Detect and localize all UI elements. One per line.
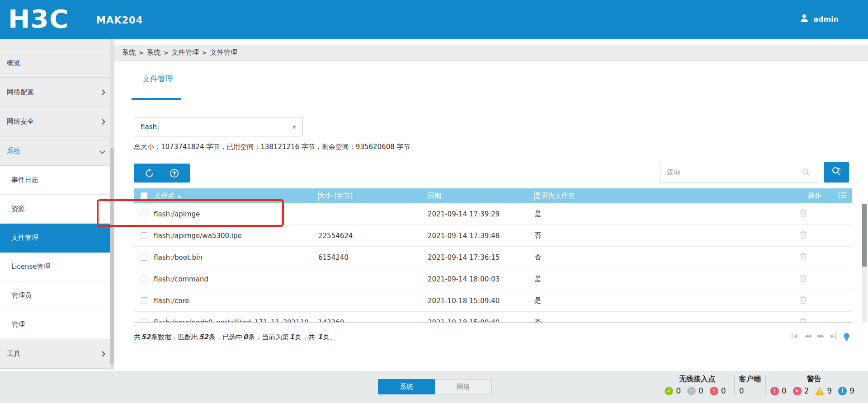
sidebar-scrollbar[interactable]: [110, 39, 114, 370]
sidebar-item-3[interactable]: 系统: [0, 136, 114, 166]
stat-count: 0: [698, 386, 703, 395]
minus-circle-icon: −: [687, 387, 696, 395]
sidebar-item-label: 网络安全: [7, 117, 34, 126]
delete-icon[interactable]: [799, 296, 807, 306]
column-header-date[interactable]: 日期: [428, 192, 441, 200]
exclaim-circle-icon: !: [710, 387, 718, 395]
file-date: 2021-09-14 17:39:48: [428, 232, 534, 240]
sidebar-item-7[interactable]: License管理: [0, 253, 114, 281]
footer-count-value: 52: [141, 333, 151, 341]
row-checkbox[interactable]: [141, 276, 147, 282]
tab-file-management[interactable]: 文件管理: [142, 74, 173, 84]
file-date: 2021-10-18 15:09:40: [428, 297, 534, 305]
select-all-checkbox[interactable]: [141, 192, 147, 199]
sidebar-item-label: 事件日志: [11, 176, 38, 184]
sidebar-item-8[interactable]: 管理员: [0, 281, 114, 310]
row-checkbox[interactable]: [141, 232, 147, 239]
view-toggle-inactive[interactable]: 网络: [435, 379, 492, 394]
upload-button[interactable]: [165, 164, 183, 183]
file-name: flash:/core: [154, 297, 318, 305]
check-circle-icon: ✓: [665, 387, 673, 395]
chevron-down-icon: [99, 148, 105, 154]
sort-asc-icon[interactable]: ▲: [178, 194, 181, 198]
stat-group-2: 警告!0×2!9i9: [766, 374, 863, 395]
next-page-icon[interactable]: ▶▶: [817, 333, 823, 339]
user-menu[interactable]: admin: [799, 13, 839, 25]
row-checkbox[interactable]: [141, 211, 147, 217]
breadcrumb-item: 文件管理: [210, 48, 237, 57]
footer-text: 共: [134, 333, 141, 341]
footer-text: 页，共: [295, 333, 317, 341]
sidebar-item-5[interactable]: 资源: [0, 195, 114, 224]
refresh-button[interactable]: [141, 164, 159, 183]
column-header-size[interactable]: 大小 (字节): [318, 192, 353, 200]
x-circle-icon: ×: [793, 387, 802, 395]
sidebar-item-2[interactable]: 网络安全: [0, 107, 114, 136]
stat-icons-row: ✓0−0!0: [665, 386, 729, 395]
column-header-action: 操作: [808, 192, 821, 200]
delete-icon[interactable]: [799, 318, 807, 323]
tab-divider: [114, 100, 868, 100]
stat-label: 客户端: [739, 374, 761, 384]
table-row[interactable]: flash:/core/node0_portallited_171_11_202…: [134, 312, 852, 323]
chevron-right-icon: [99, 89, 105, 95]
search-input[interactable]: [660, 162, 819, 183]
last-page-icon[interactable]: ▶: [830, 333, 836, 339]
stat-icons-row: !0×2!9i9: [770, 386, 858, 395]
exclaim-circle-icon: !: [770, 387, 779, 395]
delete-icon[interactable]: [799, 209, 807, 219]
top-header: H3C MAK204 admin: [0, 0, 868, 39]
view-toggle-active[interactable]: 系统: [378, 379, 435, 394]
file-size: 143360: [318, 319, 428, 323]
stat-label: 警告: [807, 374, 821, 384]
sidebar-item-1[interactable]: 网络配置: [0, 78, 114, 107]
delete-icon[interactable]: [799, 253, 807, 262]
footer-text: 条数据，匹配出: [151, 333, 198, 341]
stat-count: 2: [804, 386, 809, 395]
file-name: flash:/command: [154, 275, 318, 283]
sidebar-item-0[interactable]: 概览: [0, 48, 114, 78]
row-checkbox[interactable]: [141, 319, 147, 323]
table-body: flash:/apimge 2021-09-14 17:39:29 是 flas…: [134, 203, 852, 323]
sidebar-item-6[interactable]: 文件管理: [0, 224, 114, 253]
breadcrumb: 系统>系统>文件管理>文件管理: [114, 45, 868, 61]
drive-select[interactable]: flash: ▼: [134, 117, 303, 136]
column-header-folder[interactable]: 是否为文件夹: [534, 192, 575, 200]
table-scrollbar[interactable]: [862, 204, 867, 323]
row-checkbox[interactable]: [141, 297, 147, 304]
column-settings-icon[interactable]: [838, 192, 847, 201]
sidebar-item-label: 资源: [11, 205, 25, 213]
warning-triangle-icon: !: [815, 387, 824, 395]
chevron-right-icon: [99, 119, 105, 125]
file-date: 2021-10-18 15:00:40: [428, 319, 534, 323]
view-toggle: 系统网络: [378, 379, 492, 394]
stat-count: 0: [676, 386, 681, 395]
delete-icon[interactable]: [799, 231, 807, 241]
table-row[interactable]: flash:/boot.bin 6154240 2021-09-14 17:36…: [134, 247, 852, 268]
table-row[interactable]: flash:/apimge 2021-09-14 17:39:29 是: [134, 203, 852, 225]
file-date: 2021-09-14 17:36:15: [428, 253, 534, 262]
delete-icon[interactable]: [799, 274, 807, 284]
sidebar-item-4[interactable]: 事件日志: [0, 166, 114, 195]
table-row[interactable]: flash:/apimge/wa5300.ipe 22554624 2021-0…: [134, 225, 852, 247]
file-is-folder: 否: [534, 231, 796, 240]
stat-label: 无线接入点: [679, 374, 715, 384]
footer-text: 页。: [323, 333, 336, 341]
sidebar-item-9[interactable]: 管理: [0, 310, 114, 339]
sidebar-item-10[interactable]: 工具: [0, 339, 114, 369]
file-is-folder: 否: [534, 318, 796, 323]
advanced-search-button[interactable]: [824, 162, 849, 183]
advanced-search-icon: [831, 166, 842, 178]
table-row[interactable]: flash:/core 2021-10-18 15:09:40 是: [134, 290, 852, 312]
row-checkbox[interactable]: [141, 254, 147, 261]
breadcrumb-item: 文件管理: [172, 48, 199, 57]
breadcrumb-separator: >: [139, 49, 144, 56]
table-row[interactable]: flash:/command 2021-09-14 18:00:03 是: [134, 268, 852, 290]
tip-bulb-icon[interactable]: [844, 333, 849, 339]
sidebar-item-label: 概览: [7, 59, 20, 67]
prev-page-icon[interactable]: ◀◀: [804, 333, 810, 339]
sidebar-item-label: 工具: [7, 350, 20, 358]
column-header-name[interactable]: 文件名: [154, 192, 174, 200]
first-page-icon[interactable]: ◀: [792, 333, 797, 339]
footer-count-value: 1: [317, 333, 322, 341]
